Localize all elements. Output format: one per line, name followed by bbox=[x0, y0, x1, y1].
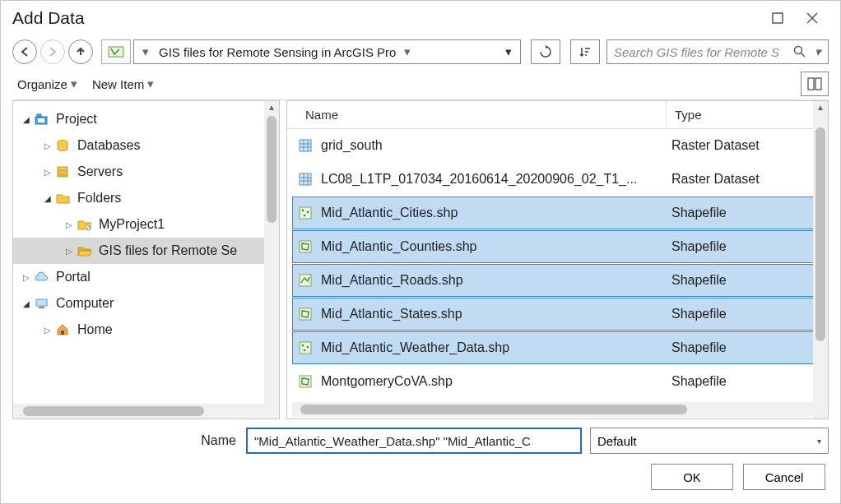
svg-rect-20 bbox=[61, 331, 64, 335]
svg-rect-17 bbox=[58, 175, 67, 177]
refresh-button[interactable] bbox=[531, 39, 560, 64]
tree-item-label: Computer bbox=[56, 296, 114, 311]
file-type: Shapefile bbox=[663, 374, 814, 389]
sort-button[interactable] bbox=[570, 39, 600, 64]
svg-rect-36 bbox=[300, 275, 311, 286]
tree-item-label: Folders bbox=[77, 191, 121, 206]
svg-point-40 bbox=[307, 346, 309, 349]
back-button[interactable] bbox=[12, 39, 37, 64]
svg-rect-9 bbox=[808, 78, 814, 90]
file-row[interactable]: Mid_Atlantic_States.shpShapefile bbox=[292, 298, 815, 331]
tree-item[interactable]: ▷Databases bbox=[13, 132, 279, 159]
search-box[interactable]: Search GIS files for Remote S ▾ bbox=[606, 39, 829, 64]
svg-rect-38 bbox=[300, 342, 311, 354]
svg-line-8 bbox=[802, 53, 806, 58]
file-row[interactable]: Mid_Atlantic_Cities.shpShapefile bbox=[292, 197, 815, 229]
folder-home-icon bbox=[76, 217, 94, 232]
file-row[interactable]: MontgomeryCoVA.shpShapefile bbox=[292, 365, 815, 398]
list-vscroll[interactable]: ▲ bbox=[813, 101, 828, 418]
location-type-icon[interactable] bbox=[101, 39, 131, 64]
body: ◢Project▷Databases▷Servers◢Folders▷MyPro… bbox=[12, 99, 829, 419]
project-icon bbox=[33, 112, 51, 127]
ok-button[interactable]: OK bbox=[651, 464, 733, 490]
svg-rect-12 bbox=[37, 114, 41, 117]
expand-icon[interactable]: ▷ bbox=[41, 141, 54, 150]
tree-item[interactable]: ▷Home bbox=[13, 317, 279, 343]
tree-item[interactable]: ▷Portal bbox=[13, 264, 279, 290]
file-row[interactable]: grid_southRaster Dataset bbox=[292, 129, 815, 162]
view-toggle-button[interactable] bbox=[801, 72, 829, 96]
file-name: Mid_Atlantic_Weather_Data.shp bbox=[318, 340, 663, 355]
filter-select[interactable]: Default ▾ bbox=[590, 428, 829, 454]
collapse-icon[interactable]: ◢ bbox=[41, 194, 54, 203]
tree-item[interactable]: ◢Project bbox=[13, 106, 279, 132]
svg-rect-31 bbox=[300, 207, 311, 219]
svg-point-34 bbox=[304, 215, 306, 217]
expand-icon[interactable]: ▷ bbox=[41, 168, 54, 177]
cloud-icon bbox=[33, 270, 51, 284]
name-field[interactable] bbox=[246, 428, 582, 454]
svg-rect-16 bbox=[58, 171, 67, 174]
tree-item[interactable]: ▷GIS files for Remote Se bbox=[13, 238, 279, 264]
file-type: Shapefile bbox=[663, 340, 814, 355]
search-icon[interactable] bbox=[793, 45, 806, 58]
svg-point-41 bbox=[304, 349, 306, 352]
forward-button[interactable] bbox=[40, 39, 65, 64]
column-name[interactable]: Name bbox=[287, 108, 666, 122]
file-row[interactable]: LC08_L1TP_017034_20160614_20200906_02_T1… bbox=[292, 163, 815, 196]
breadcrumb-box[interactable]: ▾ GIS files for Remote Sensing in ArcGIS… bbox=[133, 39, 521, 64]
maximize-button[interactable] bbox=[761, 6, 794, 30]
tree-inner: ◢Project▷Databases▷Servers◢Folders▷MyPro… bbox=[13, 101, 279, 404]
raster-icon bbox=[295, 138, 318, 153]
tree-item-label: Home bbox=[77, 322, 113, 337]
list-hscroll[interactable] bbox=[292, 402, 815, 417]
file-name: LC08_L1TP_017034_20160614_20200906_02_T1… bbox=[318, 172, 663, 187]
chevron-down-icon[interactable]: ▾ bbox=[806, 44, 821, 59]
close-button[interactable] bbox=[796, 6, 829, 30]
file-row[interactable]: Mid_Atlantic_Weather_Data.shpShapefile bbox=[292, 331, 815, 364]
expand-icon[interactable]: ▷ bbox=[20, 273, 33, 282]
tree-vscroll[interactable]: ▲ bbox=[264, 101, 279, 404]
tree-item-label: GIS files for Remote Se bbox=[99, 243, 237, 258]
tree-item[interactable]: ◢Folders bbox=[13, 185, 279, 211]
filter-value: Default bbox=[597, 434, 637, 448]
tree-item-label: Servers bbox=[77, 164, 123, 179]
expand-icon[interactable]: ▷ bbox=[63, 220, 76, 229]
splitter[interactable] bbox=[280, 100, 286, 419]
tree-item[interactable]: ▷Servers bbox=[13, 159, 279, 185]
file-row[interactable]: Mid_Atlantic_Roads.shpShapefile bbox=[292, 264, 815, 297]
expand-icon[interactable]: ▷ bbox=[41, 326, 54, 335]
dropdown-arrow-icon[interactable]: ▾ bbox=[500, 44, 517, 59]
add-data-dialog: Add Data ▾ GIS files for Remote Sensing … bbox=[0, 0, 841, 504]
tree-item-label: MyProject1 bbox=[99, 217, 165, 232]
file-row[interactable]: Mid_Atlantic_Counties.shpShapefile bbox=[292, 230, 815, 263]
file-name: grid_south bbox=[318, 138, 663, 153]
tree-item[interactable]: ▷MyProject1 bbox=[13, 211, 279, 238]
collapse-icon[interactable]: ◢ bbox=[20, 299, 33, 308]
file-name: Mid_Atlantic_Counties.shp bbox=[318, 239, 663, 254]
organize-menu[interactable]: Organize▾ bbox=[12, 73, 82, 95]
new-item-menu[interactable]: New Item▾ bbox=[87, 73, 159, 95]
file-type: Shapefile bbox=[663, 239, 814, 254]
file-type: Raster Dataset bbox=[663, 172, 814, 187]
chevron-down-icon[interactable]: ▾ bbox=[396, 44, 419, 59]
folder-open-icon bbox=[76, 243, 94, 258]
tree-hscroll[interactable] bbox=[13, 404, 279, 418]
cancel-button[interactable]: Cancel bbox=[743, 464, 825, 490]
polygon-icon bbox=[295, 307, 318, 321]
breadcrumb-path: GIS files for Remote Sensing in ArcGIS P… bbox=[159, 45, 396, 59]
expand-icon[interactable]: ▷ bbox=[63, 247, 76, 256]
toolbar: Organize▾ New Item▾ bbox=[1, 68, 840, 99]
computer-icon bbox=[33, 296, 51, 311]
svg-rect-15 bbox=[58, 167, 67, 170]
collapse-icon[interactable]: ◢ bbox=[20, 115, 33, 124]
svg-rect-26 bbox=[300, 173, 311, 185]
svg-rect-19 bbox=[39, 307, 44, 308]
svg-rect-18 bbox=[36, 299, 47, 306]
file-name: Mid_Atlantic_States.shp bbox=[318, 307, 663, 321]
tree-item[interactable]: ◢Computer bbox=[13, 290, 279, 317]
up-button[interactable] bbox=[68, 39, 93, 64]
column-type[interactable]: Type bbox=[666, 101, 828, 128]
chevron-down-icon[interactable]: ▾ bbox=[137, 44, 154, 59]
folder-icon bbox=[54, 191, 72, 206]
